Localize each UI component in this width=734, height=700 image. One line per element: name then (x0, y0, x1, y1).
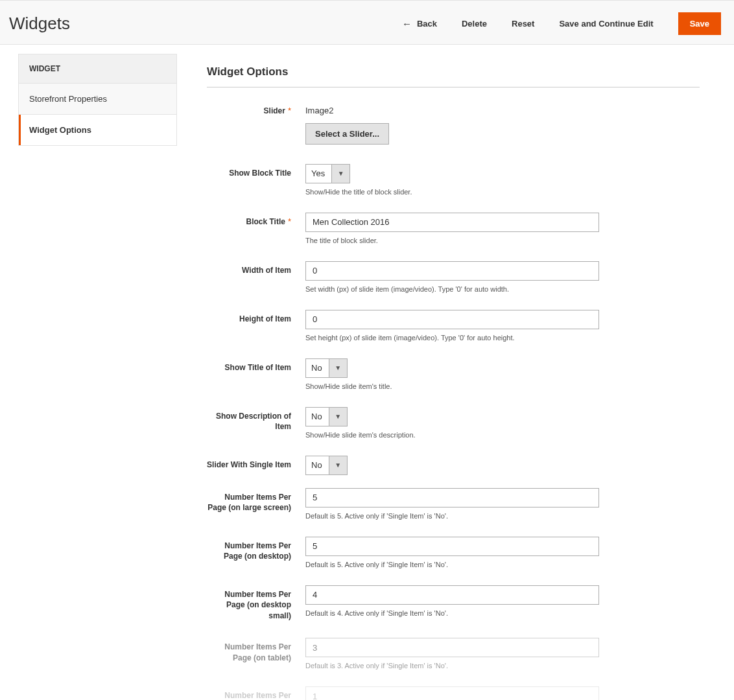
sidebar: WIDGET Storefront Properties Widget Opti… (18, 54, 177, 700)
reset-button[interactable]: Reset (512, 19, 534, 29)
chevron-down-icon[interactable]: ▼ (331, 165, 349, 183)
slider-label: Slider (264, 106, 285, 115)
sidebar-item-label: Widget Options (29, 125, 91, 135)
items-mobile-input[interactable] (305, 686, 599, 700)
items-large-input[interactable] (305, 488, 599, 508)
sidebar-item-storefront-properties[interactable]: Storefront Properties (19, 84, 176, 115)
save-button[interactable]: Save (678, 12, 721, 35)
back-label: Back (417, 19, 437, 29)
show-desc-item-hint: Show/Hide slide item's description. (305, 431, 700, 439)
height-of-item-input[interactable] (305, 310, 599, 329)
items-desktop-input[interactable] (305, 537, 599, 556)
select-value: No (306, 359, 329, 377)
items-large-label: Number Items Per Page (on large screen) (207, 493, 291, 513)
chevron-down-icon[interactable]: ▼ (329, 408, 347, 426)
single-item-label: Slider With Single Item (207, 460, 291, 469)
select-value: Yes (306, 165, 331, 183)
select-value: No (306, 408, 329, 426)
delete-button[interactable]: Delete (462, 19, 487, 29)
chevron-down-icon[interactable]: ▼ (329, 359, 347, 377)
width-of-item-label: Width of Item (242, 266, 291, 275)
single-item-select[interactable]: No ▼ (305, 456, 348, 475)
page-header: Widgets ← Back Delete Reset Save and Con… (0, 0, 734, 45)
page-title: Widgets (9, 14, 70, 34)
show-desc-item-select[interactable]: No ▼ (305, 407, 348, 426)
sidebar-item-label: Storefront Properties (29, 94, 107, 104)
back-button[interactable]: ← Back (402, 19, 437, 29)
header-actions: ← Back Delete Reset Save and Continue Ed… (402, 12, 721, 35)
show-block-title-label: Show Block Title (229, 169, 291, 178)
items-large-hint: Default is 5. Active only if 'Single Ite… (305, 512, 700, 520)
items-mobile-label: Number Items Per Page (on mobile) (224, 691, 291, 700)
save-continue-button[interactable]: Save and Continue Edit (559, 19, 653, 29)
section-title: Widget Options (207, 54, 700, 88)
items-tablet-hint: Default is 3. Active only if 'Single Ite… (305, 662, 700, 670)
items-desktop-small-label: Number Items Per Page (on desktop small) (224, 590, 291, 620)
show-block-title-hint: Show/Hide the title of block slider. (305, 188, 700, 196)
sidebar-heading: WIDGET (19, 54, 176, 84)
width-of-item-input[interactable] (305, 261, 599, 281)
show-title-item-select[interactable]: No ▼ (305, 358, 348, 378)
block-title-label: Block Title (246, 217, 285, 226)
chevron-down-icon[interactable]: ▼ (329, 456, 347, 474)
block-title-hint: The title of block slider. (305, 237, 700, 244)
show-title-item-label: Show Title of Item (225, 363, 291, 372)
width-of-item-hint: Set width (px) of slide item (image/vide… (305, 285, 700, 293)
items-desktop-hint: Default is 5. Active only if 'Single Ite… (305, 561, 700, 568)
sidebar-item-widget-options[interactable]: Widget Options (19, 115, 176, 145)
arrow-left-icon: ← (402, 19, 412, 29)
items-tablet-label: Number Items Per Page (on tablet) (224, 642, 291, 662)
items-desktop-label: Number Items Per Page (on desktop) (224, 541, 291, 561)
show-title-item-hint: Show/Hide slide item's title. (305, 382, 700, 390)
show-block-title-select[interactable]: Yes ▼ (305, 164, 350, 183)
height-of-item-hint: Set height (px) of slide item (image/vid… (305, 334, 700, 342)
select-slider-button[interactable]: Select a Slider... (305, 123, 389, 145)
items-desktop-small-input[interactable] (305, 585, 599, 605)
height-of-item-label: Height of Item (239, 314, 291, 323)
items-tablet-input[interactable] (305, 638, 599, 657)
show-desc-item-label: Show Description of Item (216, 412, 291, 432)
block-title-input[interactable] (305, 213, 599, 232)
items-desktop-small-hint: Default is 4. Active only if 'Single Ite… (305, 609, 700, 617)
select-value: No (306, 456, 329, 474)
slider-value: Image2 (305, 102, 700, 115)
